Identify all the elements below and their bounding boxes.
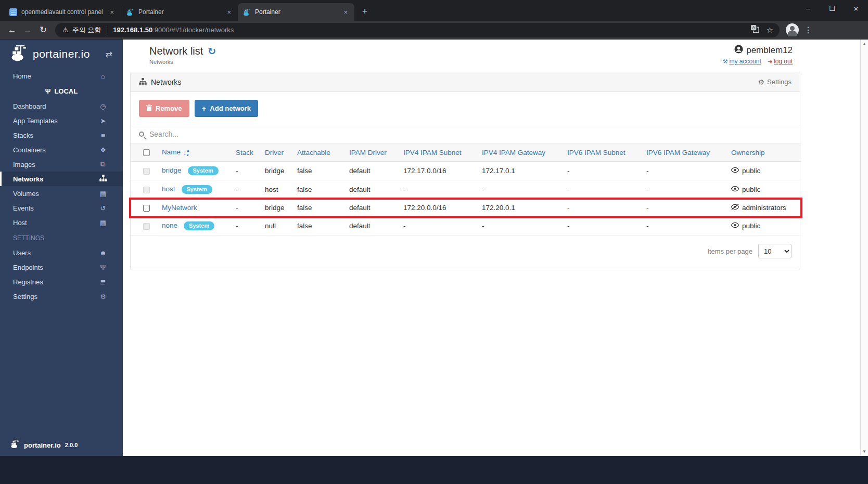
portainer-favicon	[243, 8, 251, 16]
sidebar-item-users[interactable]: Users☻	[0, 245, 123, 260]
refresh-icon[interactable]: ↻	[208, 45, 216, 57]
cell-stack: -	[231, 162, 260, 180]
sidebar-item-label: Stacks	[13, 132, 98, 139]
sidebar-logo-text: portainer.io	[33, 48, 101, 60]
widget-header: Networks ⚙ Settings	[131, 72, 800, 92]
my-account-link[interactable]: ⚒my account	[723, 58, 761, 65]
bookmark-star-icon[interactable]: ☆	[767, 25, 773, 35]
users-icon: ☻	[98, 249, 108, 257]
dashboard-icon: ◷	[98, 102, 108, 110]
items-per-page-select[interactable]: 10	[758, 244, 792, 258]
column-header-ipam-driver: IPAM Driver	[344, 143, 398, 162]
remove-button[interactable]: Remove	[139, 100, 189, 117]
add-network-button[interactable]: + Add network	[195, 100, 259, 117]
search-input[interactable]	[149, 130, 358, 138]
gear-icon: ⚙	[758, 78, 764, 86]
sidebar-item-host[interactable]: Host▦	[0, 215, 123, 230]
maximize-button[interactable]: ☐	[820, 0, 844, 17]
forward-icon[interactable]: →	[20, 25, 35, 35]
logout-icon: ⇥	[768, 58, 772, 65]
network-link[interactable]: none	[162, 221, 177, 229]
translate-icon[interactable]: A	[750, 24, 759, 35]
cell-ipv4_ipam_gateway: -	[477, 217, 562, 236]
system-badge: System	[184, 221, 214, 230]
sidebar-item-stacks[interactable]: Stacks≡	[0, 128, 123, 142]
sidebar-item-app-templates[interactable]: App Templates➤	[0, 113, 123, 128]
minimize-button[interactable]: –	[796, 0, 820, 17]
sidebar-item-endpoints[interactable]: EndpointsΨ	[0, 260, 123, 274]
cell-ipv6_ipam_gateway: -	[641, 217, 726, 236]
cell-ownership: public	[731, 167, 796, 175]
sidebar-collapse-icon[interactable]: ⇄	[106, 49, 112, 59]
sidebar-item-registries[interactable]: Registries≣	[0, 274, 123, 289]
sidebar-footer: portainer.io 2.0.0	[10, 439, 78, 451]
endpoint-header-local: ΨLOCAL	[0, 83, 123, 99]
browser-tab[interactable]: openmediavault control panel -×	[4, 3, 121, 21]
network-link[interactable]: host	[162, 185, 175, 193]
network-link[interactable]: bridge	[162, 166, 182, 174]
networks-icon	[98, 175, 108, 183]
sidebar: portainer.io ⇄ Home⌂ΨLOCALDashboard◷App …	[0, 40, 123, 456]
tab-close-icon[interactable]: ×	[342, 8, 349, 16]
browser-profile-avatar[interactable]	[786, 23, 799, 36]
tab-close-icon[interactable]: ×	[225, 8, 233, 16]
plug-icon: Ψ	[45, 87, 51, 95]
column-header-driver: Driver	[260, 143, 292, 162]
log-out-link[interactable]: ⇥log out	[768, 58, 793, 65]
browser-window: openmediavault control panel -×Portainer…	[0, 0, 868, 456]
page-scrollbar[interactable]: ▲ ▼	[860, 40, 868, 456]
close-button[interactable]: ×	[844, 0, 868, 17]
new-tab-button[interactable]: +	[358, 4, 372, 19]
widget-settings-button[interactable]: ⚙ Settings	[758, 78, 792, 86]
tab-title: openmediavault control panel -	[21, 8, 104, 16]
cell-attachable: false	[292, 199, 344, 217]
window-controls: – ☐ ×	[796, 0, 868, 17]
browser-tab[interactable]: Portainer×	[238, 3, 354, 21]
back-icon[interactable]: ←	[4, 25, 20, 35]
username: pemblem12	[746, 45, 793, 56]
row-checkbox	[143, 168, 150, 175]
home-icon: ⌂	[98, 72, 108, 80]
sidebar-item-images[interactable]: Images⧉	[0, 157, 123, 172]
eye-slash-icon	[731, 204, 739, 212]
sidebar-item-label: App Templates	[13, 117, 98, 125]
sidebar-item-events[interactable]: Events↺	[0, 201, 123, 215]
tab-close-icon[interactable]: ×	[108, 8, 116, 16]
row-checkbox	[143, 223, 150, 230]
portainer-footer-logo-icon	[10, 439, 20, 451]
sidebar-item-settings[interactable]: Settings⚙	[0, 289, 123, 304]
stacks-icon: ≡	[98, 132, 108, 139]
table-header-row: Name↓AzStackDriverAttachableIPAM DriverI…	[131, 143, 801, 162]
widget-title: Networks	[151, 78, 181, 86]
network-link[interactable]: MyNetwork	[162, 204, 197, 212]
sidebar-item-containers[interactable]: Containers❖	[0, 142, 123, 157]
sidebar-item-dashboard[interactable]: Dashboard◷	[0, 99, 123, 113]
reload-icon[interactable]: ↻	[35, 24, 51, 35]
eye-icon	[731, 222, 739, 230]
user-panel: pemblem12 ⚒my account ⇥log out	[723, 45, 793, 65]
browser-tab[interactable]: Portainer×	[121, 3, 238, 21]
user-circle-icon	[734, 45, 743, 56]
address-bar[interactable]: ⚠ 주의 요함 192.168.1.50 :9000/#!/1/docker/n…	[55, 23, 780, 37]
scroll-down-icon[interactable]: ▼	[861, 449, 868, 454]
cell-stack: -	[231, 180, 260, 199]
sidebar-item-home[interactable]: Home⌂	[0, 69, 123, 83]
sidebar-item-volumes[interactable]: Volumes▤	[0, 186, 123, 201]
cell-ipam_driver: default	[344, 180, 398, 199]
images-icon: ⧉	[98, 160, 108, 168]
cell-attachable: false	[292, 180, 344, 199]
openmediavault-favicon	[9, 8, 17, 16]
cell-ipv4_ipam_subnet: 172.17.0.0/16	[398, 162, 477, 180]
column-header-name[interactable]: Name↓Az	[157, 143, 231, 162]
endpoints-icon: Ψ	[98, 264, 108, 271]
sidebar-item-label: Registries	[13, 278, 98, 286]
scroll-up-icon[interactable]: ▲	[861, 42, 868, 46]
browser-menu-icon[interactable]: ⋮	[804, 25, 812, 35]
sidebar-logo[interactable]: portainer.io ⇄	[0, 40, 123, 69]
sidebar-item-label: Images	[13, 161, 98, 168]
row-checkbox[interactable]	[143, 205, 150, 212]
column-header-ipv4-ipam-gateway: IPV4 IPAM Gateway	[477, 143, 562, 162]
select-all-checkbox[interactable]	[143, 149, 150, 156]
table-row-highlighted: MyNetwork-bridgefalsedefault172.20.0.0/1…	[131, 199, 801, 217]
sidebar-item-networks[interactable]: Networks	[0, 172, 123, 186]
